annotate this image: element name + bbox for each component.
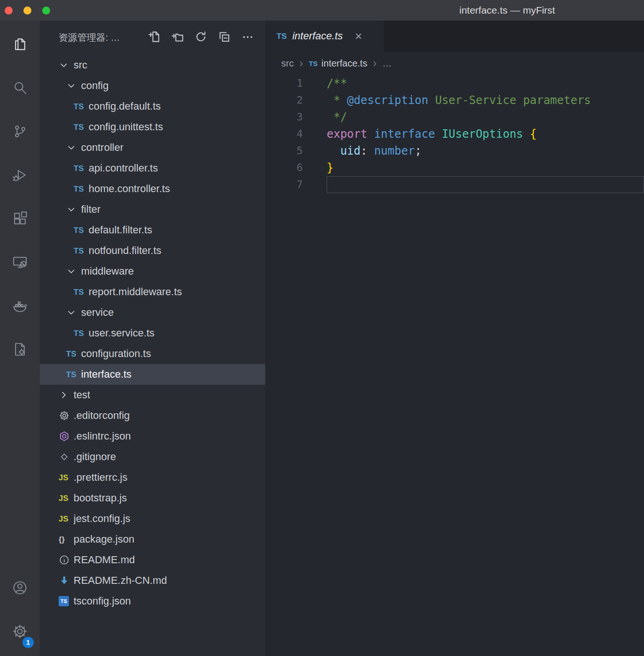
activity-run-debug[interactable] [0, 153, 40, 197]
tree-file-README.md[interactable]: README.md [40, 550, 265, 570]
editorconfig-file-icon [59, 410, 70, 421]
breadcrumb-label: interface.ts [322, 58, 367, 69]
typescript-file-icon: TS [309, 60, 318, 67]
breadcrumb-label: … [382, 58, 392, 69]
explorer-sidebar: 资源管理器: … srcconfigTSconfig.default.tsTSc… [40, 21, 265, 656]
tree-file-default.filter.ts[interactable]: TSdefault.filter.ts [40, 220, 265, 240]
code-line-7[interactable]: 7 [265, 176, 644, 193]
tab-interface-ts[interactable]: TS interface.ts × [265, 21, 384, 52]
tree-file-user.service.ts[interactable]: TSuser.service.ts [40, 323, 265, 343]
code-line-5[interactable]: 5 uid: number; [265, 142, 644, 159]
activity-settings[interactable]: 1 [0, 610, 40, 653]
js-file-icon: JS [59, 515, 68, 523]
breadcrumb-more[interactable]: … [382, 58, 392, 69]
tree-file-.eslintrc.json[interactable]: .eslintrc.json [40, 426, 265, 447]
activity-docker[interactable] [0, 284, 40, 328]
tree-file-tsconfig.json[interactable]: TStsconfig.json [40, 591, 265, 611]
zoom-window-button[interactable] [42, 7, 50, 15]
tree-file-jest.config.js[interactable]: JSjest.config.js [40, 508, 265, 529]
code-line-2[interactable]: 2 * @description User-Service parameters [265, 92, 644, 109]
tree-item-label: config.default.ts [89, 100, 161, 112]
tree-item-label: src [74, 59, 87, 71]
explorer-actions [147, 31, 254, 45]
new-folder-button[interactable] [171, 31, 184, 45]
refresh-explorer-button[interactable] [194, 31, 207, 45]
more-actions-button[interactable] [241, 31, 254, 45]
tree-folder-controller[interactable]: controller [40, 137, 265, 158]
chevron-down-icon [66, 142, 76, 153]
code-line-4[interactable]: 4export interface IUserOptions { [265, 126, 644, 142]
tree-item-label: home.controller.ts [89, 183, 170, 195]
tree-item-label: default.filter.ts [89, 224, 152, 236]
ts-file-icon: TS [74, 247, 84, 255]
tree-file-README.zh-CN.md[interactable]: README.zh-CN.md [40, 570, 265, 591]
collapse-folders-button[interactable] [217, 31, 231, 45]
tree-file-configuration.ts[interactable]: TSconfiguration.ts [40, 343, 265, 364]
tree-folder-config[interactable]: config [40, 75, 265, 96]
tree-file-interface.ts[interactable]: TSinterface.ts [40, 364, 265, 385]
activity-snippets[interactable] [0, 328, 40, 371]
tree-file-report.middleware.ts[interactable]: TSreport.middleware.ts [40, 282, 265, 302]
tree-file-.prettierrc.js[interactable]: JS.prettierrc.js [40, 467, 265, 488]
code-line-6[interactable]: 6} [265, 159, 644, 176]
tree-file-notfound.filter.ts[interactable]: TSnotfound.filter.ts [40, 240, 265, 261]
tab-close-icon[interactable]: × [355, 30, 362, 42]
ts-file-icon: TS [74, 185, 84, 193]
activity-extensions[interactable] [0, 197, 40, 240]
new-file-button[interactable] [147, 31, 160, 45]
activity-remote-explorer[interactable] [0, 240, 40, 284]
tree-file-home.controller.ts[interactable]: TShome.controller.ts [40, 179, 265, 199]
chevron-down-icon [66, 307, 76, 318]
account-icon [12, 580, 28, 596]
tree-folder-src[interactable]: src [40, 55, 265, 75]
search-icon [12, 80, 28, 96]
activity-source-control[interactable] [0, 110, 40, 153]
tree-file-package.json[interactable]: {}package.json [40, 529, 265, 550]
tree-item-label: .eslintrc.json [74, 430, 131, 442]
tree-folder-middleware[interactable]: middleware [40, 261, 265, 282]
activity-explorer[interactable] [0, 22, 40, 66]
activity-accounts[interactable] [0, 566, 40, 610]
code-line-1[interactable]: 1/** [265, 75, 644, 92]
tree-item-label: config.unittest.ts [89, 121, 163, 133]
tree-item-label: jest.config.js [74, 513, 130, 525]
collapse-all-icon [218, 30, 231, 45]
activity-search[interactable] [0, 66, 40, 110]
window-controls [5, 0, 50, 21]
breadcrumb-src[interactable]: src [281, 58, 294, 69]
json-file-icon: {} [59, 536, 65, 544]
breadcrumb-interface.ts[interactable]: TSinterface.ts [309, 58, 367, 69]
tree-item-label: bootstrap.js [74, 492, 127, 504]
minimize-window-button[interactable] [23, 7, 31, 15]
window-title: interface.ts — myFirst [459, 0, 555, 21]
tree-item-label: package.json [74, 533, 135, 545]
info-file-icon [59, 554, 70, 566]
tree-file-config.unittest.ts[interactable]: TSconfig.unittest.ts [40, 117, 265, 137]
tree-folder-service[interactable]: service [40, 302, 265, 323]
ts-file-icon: TS [74, 164, 84, 172]
tree-item-label: .gitignore [74, 451, 116, 463]
tree-file-.gitignore[interactable]: .gitignore [40, 447, 265, 467]
titlebar: interface.ts — myFirst [0, 0, 644, 21]
code-editor[interactable]: 1/**2 * @description User-Service parame… [265, 75, 644, 193]
code-line-3[interactable]: 3 */ [265, 109, 644, 126]
tree-folder-test[interactable]: test [40, 385, 265, 405]
new-file-icon [148, 30, 160, 45]
files-icon [12, 37, 28, 52]
tree-item-label: api.controller.ts [89, 162, 158, 174]
refresh-icon [195, 30, 207, 45]
close-window-button[interactable] [5, 7, 13, 15]
tree-item-label: middleware [81, 265, 134, 277]
docker-icon [12, 298, 28, 313]
breadcrumb-separator-icon: › [300, 58, 303, 69]
breadcrumb-label: src [281, 58, 294, 69]
tree-file-.editorconfig[interactable]: .editorconfig [40, 405, 265, 426]
breadcrumbs: src›TSinterface.ts›… [265, 52, 644, 75]
ts-file-icon: TS [74, 329, 84, 337]
ts-file-icon: TS [74, 123, 84, 131]
gear-icon [12, 624, 28, 639]
tree-file-bootstrap.js[interactable]: JSbootstrap.js [40, 488, 265, 508]
tree-file-api.controller.ts[interactable]: TSapi.controller.ts [40, 158, 265, 179]
tree-folder-filter[interactable]: filter [40, 199, 265, 220]
tree-file-config.default.ts[interactable]: TSconfig.default.ts [40, 96, 265, 117]
